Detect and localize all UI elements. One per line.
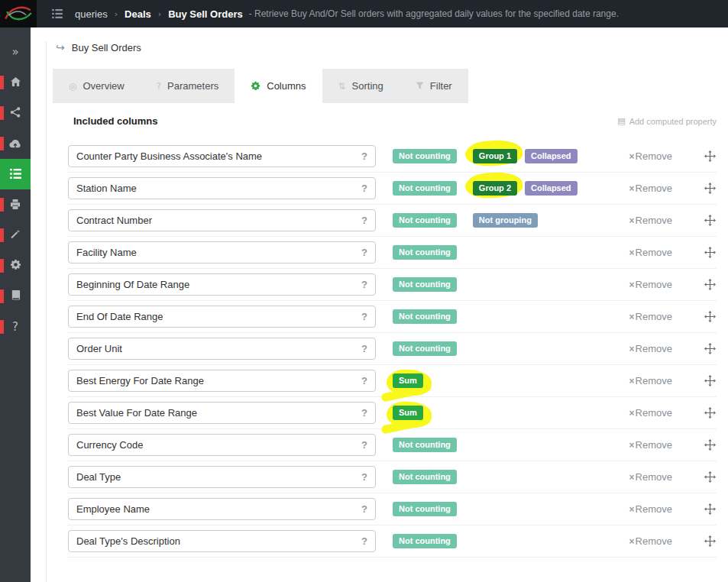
app-logo[interactable] bbox=[0, 0, 37, 27]
tab-filter[interactable]: Filter bbox=[400, 69, 468, 103]
help-button[interactable]: ? bbox=[361, 535, 367, 547]
page-title: Buy Sell Orders bbox=[72, 42, 141, 53]
column-name-box[interactable]: Employee Name ? bbox=[68, 498, 376, 520]
sidebar-item-tools[interactable] bbox=[0, 220, 31, 251]
column-name-box[interactable]: Deal Type ? bbox=[68, 466, 376, 488]
move-icon[interactable] bbox=[704, 503, 716, 515]
badges: Not counting bbox=[393, 534, 619, 548]
move-icon[interactable] bbox=[704, 439, 716, 451]
remove-label: Remove bbox=[636, 503, 672, 515]
help-button[interactable]: ? bbox=[361, 407, 367, 419]
column-name: Employee Name bbox=[76, 503, 150, 515]
column-name-box[interactable]: Best Energy For Date Range ? bbox=[68, 370, 376, 392]
sidebar-item-help[interactable]: ? bbox=[0, 312, 31, 342]
remove-button[interactable]: × Remove bbox=[629, 439, 672, 451]
tab-columns[interactable]: Columns bbox=[235, 69, 322, 103]
sidebar-item-documentation[interactable] bbox=[0, 281, 31, 312]
move-icon[interactable] bbox=[704, 150, 716, 162]
help-button[interactable]: ? bbox=[361, 471, 367, 483]
remove-button[interactable]: × Remove bbox=[629, 375, 672, 386]
remove-x-icon: × bbox=[629, 215, 635, 226]
column-name-box[interactable]: End Of Date Range ? bbox=[68, 306, 376, 328]
sidebar-item-home[interactable] bbox=[0, 67, 31, 98]
move-icon[interactable] bbox=[704, 183, 716, 194]
badge-group-1: Group 1 bbox=[473, 149, 517, 163]
remove-button[interactable]: × Remove bbox=[629, 311, 672, 322]
remove-x-icon: × bbox=[629, 408, 635, 419]
move-icon[interactable] bbox=[704, 343, 716, 354]
help-button[interactable]: ? bbox=[361, 150, 367, 162]
remove-button[interactable]: × Remove bbox=[629, 279, 672, 290]
column-name-box[interactable]: Best Value For Date Range ? bbox=[68, 402, 376, 424]
breadcrumb-queries[interactable]: queries bbox=[75, 8, 108, 20]
column-name-box[interactable]: Counter Party Business Associate's Name … bbox=[68, 145, 376, 167]
column-row: Facility Name ? Not counting × Remove bbox=[68, 237, 717, 269]
remove-button[interactable]: × Remove bbox=[629, 150, 672, 162]
remove-button[interactable]: × Remove bbox=[629, 535, 672, 547]
book-icon bbox=[11, 290, 21, 303]
column-name: End Of Date Range bbox=[76, 311, 163, 322]
move-icon[interactable] bbox=[704, 471, 716, 483]
move-icon[interactable] bbox=[704, 535, 716, 547]
remove-x-icon: × bbox=[629, 151, 635, 162]
badge-not-counting: Not counting bbox=[393, 438, 457, 452]
help-button[interactable]: ? bbox=[361, 215, 367, 226]
sidebar-item-share[interactable] bbox=[0, 98, 31, 128]
tab-sorting[interactable]: ⇅ Sorting bbox=[322, 69, 400, 103]
add-computed-property-button[interactable]: ▤ Add computed property bbox=[617, 116, 717, 126]
column-name: Deal Type bbox=[76, 471, 121, 483]
column-name-box[interactable]: Deal Type's Description ? bbox=[68, 530, 376, 552]
badge-not-counting: Not counting bbox=[393, 534, 457, 548]
help-button[interactable]: ? bbox=[361, 343, 367, 354]
menu-icon[interactable] bbox=[52, 9, 63, 18]
badge-not-counting: Not counting bbox=[393, 277, 457, 292]
column-name-box[interactable]: Order Unit ? bbox=[68, 338, 376, 360]
remove-x-icon: × bbox=[629, 280, 635, 290]
column-name-box[interactable]: Beginning Of Date Range ? bbox=[68, 273, 376, 296]
help-button[interactable]: ? bbox=[361, 311, 367, 322]
breadcrumb-separator: › bbox=[115, 9, 118, 19]
help-button[interactable]: ? bbox=[361, 375, 367, 386]
badges: Not countingNot grouping bbox=[393, 213, 619, 228]
column-row: Best Value For Date Range ? Sum × Remove bbox=[68, 397, 717, 429]
move-icon[interactable] bbox=[704, 247, 716, 258]
breadcrumb-separator: › bbox=[158, 9, 161, 19]
column-row: Station Name ? Not countingGroup 2Collap… bbox=[68, 173, 717, 205]
badge-collapsed: Collapsed bbox=[525, 181, 578, 196]
sidebar-item-expand[interactable]: » bbox=[0, 37, 31, 67]
remove-label: Remove bbox=[636, 247, 672, 258]
magic-wand-icon bbox=[10, 229, 21, 242]
help-button[interactable]: ? bbox=[361, 183, 367, 194]
column-name-box[interactable]: Station Name ? bbox=[68, 177, 376, 199]
section-header: Included columns ▤ Add computed property bbox=[53, 115, 717, 127]
tab-parameters[interactable]: ? Parameters bbox=[141, 69, 235, 103]
help-button[interactable]: ? bbox=[361, 503, 367, 515]
move-icon[interactable] bbox=[704, 375, 716, 386]
sidebar-item-upload[interactable] bbox=[0, 128, 31, 159]
remove-button[interactable]: × Remove bbox=[629, 471, 672, 483]
sidebar-item-queries[interactable] bbox=[0, 159, 31, 189]
remove-button[interactable]: × Remove bbox=[629, 247, 672, 258]
remove-button[interactable]: × Remove bbox=[629, 215, 672, 226]
move-icon[interactable] bbox=[704, 279, 716, 290]
help-button[interactable]: ? bbox=[361, 439, 367, 451]
move-icon[interactable] bbox=[704, 215, 716, 226]
remove-button[interactable]: × Remove bbox=[629, 183, 672, 194]
move-icon[interactable] bbox=[704, 407, 716, 419]
help-button[interactable]: ? bbox=[361, 279, 367, 290]
badges: Not countingGroup 2Collapsed bbox=[393, 181, 619, 196]
column-name: Counter Party Business Associate's Name bbox=[76, 150, 262, 162]
move-icon[interactable] bbox=[704, 311, 716, 322]
breadcrumb-buy-sell-orders[interactable]: Buy Sell Orders bbox=[168, 8, 243, 20]
column-name-box[interactable]: Contract Number ? bbox=[68, 209, 376, 231]
remove-button[interactable]: × Remove bbox=[629, 343, 672, 354]
remove-button[interactable]: × Remove bbox=[629, 407, 672, 419]
tab-overview[interactable]: ◎ Overview bbox=[53, 69, 141, 103]
breadcrumb-deals[interactable]: Deals bbox=[125, 8, 151, 20]
column-name-box[interactable]: Facility Name ? bbox=[68, 241, 376, 264]
column-name-box[interactable]: Currency Code ? bbox=[68, 434, 376, 456]
help-button[interactable]: ? bbox=[361, 247, 367, 258]
sidebar-item-print[interactable] bbox=[0, 189, 31, 220]
sidebar-item-settings[interactable] bbox=[0, 251, 31, 281]
remove-button[interactable]: × Remove bbox=[629, 503, 672, 515]
